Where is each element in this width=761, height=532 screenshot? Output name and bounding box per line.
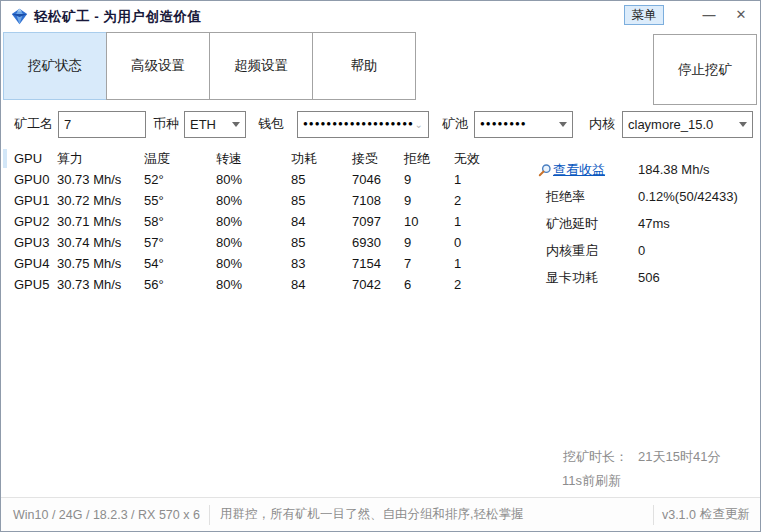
cell-temperature: 58° xyxy=(144,214,216,229)
tab-mining-status[interactable]: 挖矿状态 xyxy=(3,32,107,100)
reject-rate-value: 0.12%(50/42433) xyxy=(638,189,738,204)
cell-hashrate: 30.75 Mh/s xyxy=(57,256,144,271)
gpu-row-4[interactable]: GPU4 30.75 Mh/s 54° 80% 83 7154 7 1 xyxy=(2,253,499,274)
cell-invalid: 2 xyxy=(454,277,499,292)
cell-accepted: 7042 xyxy=(352,277,404,292)
cell-fan-speed: 80% xyxy=(216,214,291,229)
cell-rejected: 9 xyxy=(404,193,454,208)
cell-fan-speed: 80% xyxy=(216,172,291,187)
cell-hashrate: 30.72 Mh/s xyxy=(57,193,144,208)
app-logo-diamond-icon xyxy=(11,8,28,25)
gpu-power-row: 显卡功耗 506 xyxy=(538,270,738,285)
tab-help[interactable]: 帮助 xyxy=(312,32,416,100)
caret-down-icon xyxy=(559,122,567,127)
coin-value: ETH xyxy=(190,117,216,132)
kernel-select[interactable]: claymore_15.0 xyxy=(622,111,753,138)
cell-power: 85 xyxy=(291,193,352,208)
gpu-table: GPU 算力 温度 转速 功耗 接受 拒绝 无效 GPU0 30.73 Mh/s… xyxy=(2,148,499,295)
pool-latency-value: 47ms xyxy=(638,216,670,231)
gpu-row-0[interactable]: GPU0 30.73 Mh/s 52° 80% 85 7046 9 1 xyxy=(2,169,499,190)
cell-fan-speed: 80% xyxy=(216,193,291,208)
cell-accepted: 7108 xyxy=(352,193,404,208)
miner-name-input[interactable]: 7 xyxy=(58,111,146,138)
gpu-row-3[interactable]: GPU3 30.74 Mh/s 57° 80% 85 6930 9 0 xyxy=(2,232,499,253)
cell-temperature: 54° xyxy=(144,256,216,271)
minimize-button[interactable]: — xyxy=(698,4,720,26)
cell-accepted: 6930 xyxy=(352,235,404,250)
cell-power: 83 xyxy=(291,256,352,271)
pool-latency-label: 矿池延时 xyxy=(538,215,638,233)
cell-power: 85 xyxy=(291,172,352,187)
kernel-restarts-value: 0 xyxy=(638,243,645,258)
statusbar-divider xyxy=(653,505,654,525)
pool-latency-row: 矿池延时 47ms xyxy=(538,216,738,231)
titlebar: 轻松矿工 - 为用户创造价值 菜单 — ✕ xyxy=(1,1,760,31)
cell-temperature: 56° xyxy=(144,277,216,292)
cell-gpu: GPU2 xyxy=(2,214,57,229)
cell-invalid: 1 xyxy=(454,256,499,271)
cell-gpu: GPU0 xyxy=(2,172,57,187)
pool-select[interactable]: ●●●●●●●● xyxy=(474,111,573,138)
cell-hashrate: 30.73 Mh/s xyxy=(57,172,144,187)
mining-duration-label: 挖矿时长： xyxy=(563,448,638,466)
view-earnings-link[interactable]: 查看收益 xyxy=(553,161,605,179)
check-update-link[interactable]: 检查更新 xyxy=(700,506,750,523)
statusbar-divider xyxy=(209,505,210,525)
coin-select[interactable]: ETH xyxy=(184,111,246,138)
tab-overclock-settings[interactable]: 超频设置 xyxy=(209,32,313,100)
col-header-fan-speed: 转速 xyxy=(216,150,291,168)
gpu-row-2[interactable]: GPU2 30.71 Mh/s 58° 80% 84 7097 10 1 xyxy=(2,211,499,232)
close-button[interactable]: ✕ xyxy=(730,4,752,26)
coin-label: 币种 xyxy=(153,115,179,133)
col-header-hashrate: 算力 xyxy=(57,150,144,168)
reject-rate-label: 拒绝率 xyxy=(538,188,638,206)
cell-hashrate: 30.73 Mh/s xyxy=(57,277,144,292)
promo-text: 用群控，所有矿机一目了然、自由分组和排序,轻松掌握 xyxy=(220,506,523,523)
cell-gpu: GPU5 xyxy=(2,277,57,292)
cell-hashrate: 30.74 Mh/s xyxy=(57,235,144,250)
tab-advanced-settings[interactable]: 高级设置 xyxy=(106,32,210,100)
gpu-row-1[interactable]: GPU1 30.72 Mh/s 55° 80% 85 7108 9 2 xyxy=(2,190,499,211)
kernel-value: claymore_15.0 xyxy=(628,117,713,132)
version-text: v3.1.0 xyxy=(662,508,696,522)
app-window: 轻松矿工 - 为用户创造价值 菜单 — ✕ 挖矿状态 高级设置 超频设置 帮助 … xyxy=(0,0,761,532)
caret-down-icon xyxy=(739,122,747,127)
wallet-input[interactable]: ●●●●●●●●●●●●●●●●●●● ⌄ xyxy=(297,111,429,138)
cell-rejected: 9 xyxy=(404,235,454,250)
cell-temperature: 52° xyxy=(144,172,216,187)
cell-power: 84 xyxy=(291,214,352,229)
statusbar: Win10 / 24G / 18.2.3 / RX 570 x 6 用群控，所有… xyxy=(1,497,760,531)
cell-fan-speed: 80% xyxy=(216,235,291,250)
cell-power: 85 xyxy=(291,235,352,250)
cell-accepted: 7154 xyxy=(352,256,404,271)
kernel-restarts-row: 内核重启 0 xyxy=(538,243,738,258)
col-header-power: 功耗 xyxy=(291,150,352,168)
menu-button[interactable]: 菜单 xyxy=(624,5,664,25)
cell-power: 84 xyxy=(291,277,352,292)
total-hashrate-value: 184.38 Mh/s xyxy=(638,162,710,177)
col-header-rejected: 拒绝 xyxy=(404,150,454,168)
gpu-table-header: GPU 算力 温度 转速 功耗 接受 拒绝 无效 xyxy=(2,148,499,169)
mining-duration-value: 21天15时41分 xyxy=(638,448,720,466)
summary-stats-panel: 查看收益 184.38 Mh/s 拒绝率 0.12%(50/42433) 矿池延… xyxy=(538,162,738,297)
gpu-row-5[interactable]: GPU5 30.73 Mh/s 56° 80% 84 7042 6 2 xyxy=(2,274,499,295)
gpu-power-label: 显卡功耗 xyxy=(538,269,638,287)
cell-temperature: 55° xyxy=(144,193,216,208)
total-hashrate-row: 查看收益 184.38 Mh/s xyxy=(538,162,738,177)
stop-mining-button[interactable]: 停止挖矿 xyxy=(653,34,757,105)
col-header-accepted: 接受 xyxy=(352,150,404,168)
miner-name-value: 7 xyxy=(64,117,71,132)
system-info: Win10 / 24G / 18.2.3 / RX 570 x 6 xyxy=(13,508,200,522)
miner-config-row: 矿工名 7 币种 ETH 钱包 ●●●●●●●●●●●●●●●●●●● ⌄ 矿池… xyxy=(14,110,753,138)
col-header-gpu: GPU xyxy=(2,151,57,166)
cell-gpu: GPU3 xyxy=(2,235,57,250)
pool-label: 矿池 xyxy=(442,115,468,133)
cell-rejected: 6 xyxy=(404,277,454,292)
cell-invalid: 2 xyxy=(454,193,499,208)
magnifier-icon xyxy=(538,163,552,177)
col-header-invalid: 无效 xyxy=(454,150,499,168)
cell-fan-speed: 80% xyxy=(216,256,291,271)
wallet-label: 钱包 xyxy=(258,115,284,133)
cell-accepted: 7097 xyxy=(352,214,404,229)
cell-rejected: 10 xyxy=(404,214,454,229)
